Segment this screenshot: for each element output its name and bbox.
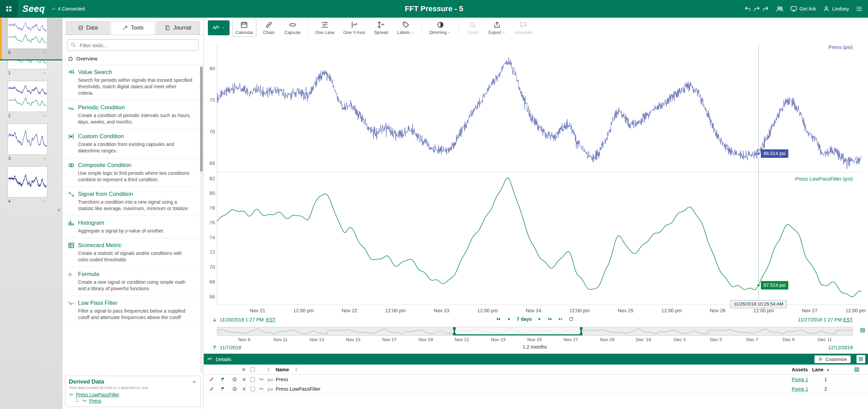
toolbar-button-export[interactable]: Export bbox=[485, 19, 509, 37]
tool-item-composite-condition[interactable]: Composite ConditionUse simple logic to f… bbox=[62, 158, 203, 187]
toolbar-button-one-lane[interactable]: One Lane bbox=[312, 19, 337, 37]
row-checkbox[interactable] bbox=[250, 387, 255, 391]
step-forward-full-button[interactable] bbox=[548, 316, 553, 322]
tab-data[interactable]: Data bbox=[66, 21, 110, 35]
customize-button[interactable]: Customize bbox=[814, 355, 851, 363]
toolbar-button-dimming[interactable]: Dimming bbox=[426, 19, 454, 37]
asset-link[interactable]: Pump 1 bbox=[792, 386, 808, 392]
user-menu-button[interactable]: Lindsey bbox=[823, 5, 849, 12]
tool-item-periodic-condition[interactable]: Periodic ConditionCreate a condition of … bbox=[62, 100, 203, 129]
details-row-press-lowpassfilter[interactable]: psiPress LowPassFilterPump 12 bbox=[204, 384, 868, 394]
asset-link[interactable]: Pump 1 bbox=[792, 377, 808, 382]
worksheet-thumbnail-5[interactable]: 5 bbox=[0, 18, 62, 60]
select-all-checkbox[interactable] bbox=[250, 367, 255, 372]
flag-item-button[interactable] bbox=[221, 387, 225, 391]
investigate-start[interactable]: 11/7/2018 bbox=[212, 345, 241, 350]
scrubber-handle-right[interactable] bbox=[580, 327, 582, 335]
item-name[interactable]: Press LowPassFilter bbox=[276, 386, 320, 392]
toolbar-button-labels[interactable]: Labels bbox=[394, 19, 418, 37]
item-info-button[interactable] bbox=[232, 387, 237, 391]
scrubber-selection[interactable] bbox=[454, 327, 581, 335]
item-name[interactable]: Press bbox=[276, 377, 288, 382]
item-info-button[interactable] bbox=[232, 377, 237, 382]
worksheet-thumbnail-4[interactable]: 4 bbox=[0, 166, 62, 209]
name-column-header[interactable]: Name bbox=[276, 367, 289, 372]
edit-item-button[interactable] bbox=[209, 377, 214, 382]
step-forward-button[interactable] bbox=[537, 316, 542, 322]
investigate-end[interactable]: 12/12/2018 bbox=[828, 345, 853, 350]
tool-item-scorecard-metric[interactable]: Scorecard MetricCreate a statistic of si… bbox=[62, 238, 203, 267]
range-end-tz[interactable]: EST bbox=[843, 317, 853, 322]
remove-item-button[interactable] bbox=[242, 377, 246, 382]
derived-item-name[interactable]: Press bbox=[89, 398, 101, 404]
thumbnail-preview[interactable] bbox=[7, 18, 47, 49]
step-back-button[interactable] bbox=[506, 316, 511, 322]
scrubber-handle-left[interactable] bbox=[454, 327, 455, 335]
tool-item-histogram[interactable]: HistogramAggregate a signal by y-value o… bbox=[62, 216, 203, 238]
investigate-duration[interactable]: 1.2 months bbox=[522, 344, 547, 350]
apps-grid-button[interactable] bbox=[0, 0, 18, 18]
details-grid-button[interactable] bbox=[856, 355, 865, 363]
tool-item-formula[interactable]: fxFormulaCreate a new signal or conditio… bbox=[62, 267, 203, 296]
redo-button[interactable] bbox=[753, 5, 760, 12]
derived-item-name[interactable]: Press LowPassFilter bbox=[76, 392, 119, 397]
row-checkbox[interactable] bbox=[250, 377, 255, 382]
toolbar-button-capsule[interactable]: Capsule bbox=[281, 19, 304, 37]
chevron-down-icon[interactable] bbox=[43, 51, 47, 55]
jump-to-now-button[interactable] bbox=[558, 316, 564, 322]
filter-tools-input[interactable] bbox=[67, 39, 199, 51]
chevron-down-icon[interactable] bbox=[43, 114, 47, 118]
worksheet-thumbnail-3[interactable]: 3 bbox=[0, 124, 62, 166]
edit-item-button[interactable] bbox=[209, 387, 214, 391]
tools-overview-link[interactable]: Overview bbox=[62, 53, 203, 65]
range-end[interactable]: 11/27/2018 1:27 PM EST bbox=[798, 317, 853, 322]
derived-data-header[interactable]: Derived Data bbox=[69, 378, 197, 385]
thumbnail-preview[interactable] bbox=[7, 81, 47, 112]
tool-item-custom-condition[interactable]: Custom ConditionCreate a condition from … bbox=[62, 129, 203, 158]
scrubber-options-icon[interactable] bbox=[860, 328, 865, 333]
sort-name-icon[interactable] bbox=[294, 367, 299, 372]
collapse-panel-icon[interactable] bbox=[57, 208, 61, 212]
hamburger-menu-button[interactable] bbox=[856, 5, 863, 12]
lane-column-header[interactable]: Lane▲ bbox=[812, 367, 830, 372]
chevron-down-icon[interactable] bbox=[43, 199, 47, 203]
remove-all-icon-header[interactable] bbox=[241, 367, 246, 372]
refresh-button[interactable] bbox=[569, 316, 574, 322]
thumbnail-preview[interactable] bbox=[7, 166, 47, 198]
timeline-scrubber[interactable] bbox=[217, 327, 853, 336]
step-back-full-button[interactable] bbox=[495, 316, 501, 322]
toolbar-button-spread[interactable]: Spread bbox=[371, 19, 391, 37]
range-start-tz[interactable]: EST bbox=[266, 317, 276, 322]
range-start[interactable]: 11/20/2018 1:27 PM EST bbox=[212, 317, 276, 322]
tab-tools[interactable]: Tools bbox=[111, 21, 155, 35]
remove-item-button[interactable] bbox=[242, 387, 246, 391]
restore-button[interactable] bbox=[763, 5, 769, 12]
tool-item-value-search[interactable]: Value SearchSearch for periods within si… bbox=[62, 65, 203, 100]
details-row-press[interactable]: psiPressPump 11 bbox=[204, 375, 868, 384]
chevron-down-icon[interactable] bbox=[43, 156, 47, 161]
tab-journal[interactable]: Journal bbox=[156, 21, 200, 35]
thumbnail-preview[interactable] bbox=[7, 124, 47, 155]
collaborators-button[interactable] bbox=[776, 5, 784, 13]
tool-item-low-pass-filter[interactable]: Low Pass FilterFilter a signal to pass f… bbox=[62, 296, 203, 325]
toolbar-button-one-y-axis[interactable]: One Y-Axis bbox=[340, 19, 368, 37]
scrollbar-thumb[interactable] bbox=[200, 67, 203, 172]
range-duration-label[interactable]: 7 days bbox=[516, 316, 532, 322]
derived-data-item[interactable]: Press bbox=[76, 398, 197, 404]
view-mode-dropdown[interactable] bbox=[208, 20, 230, 35]
undo-button[interactable] bbox=[744, 5, 751, 12]
get-link-button[interactable]: Get link bbox=[790, 5, 816, 12]
scrollbar-track[interactable] bbox=[200, 66, 203, 373]
table-options-icon[interactable] bbox=[854, 367, 860, 372]
connection-status[interactable]: 4 Connected bbox=[51, 6, 85, 12]
flag-item-button[interactable] bbox=[221, 377, 225, 382]
worksheet-thumbnail-2[interactable]: 2 bbox=[0, 81, 62, 124]
assets-column-header[interactable]: Assets bbox=[792, 367, 808, 372]
trend-chart[interactable]: 65707580666870727476788082Nov 2112:00 pm… bbox=[204, 38, 868, 316]
chevron-down-icon[interactable] bbox=[43, 71, 47, 75]
sort-icon[interactable] bbox=[266, 367, 271, 372]
toolbar-button-chain[interactable]: Chain bbox=[259, 19, 279, 37]
tool-item-signal-from-condition[interactable]: Signal from ConditionTransform a conditi… bbox=[62, 187, 203, 216]
toolbar-button-calendar[interactable]: Calendar bbox=[232, 19, 256, 37]
derived-data-item[interactable]: Press LowPassFilter bbox=[69, 392, 197, 397]
